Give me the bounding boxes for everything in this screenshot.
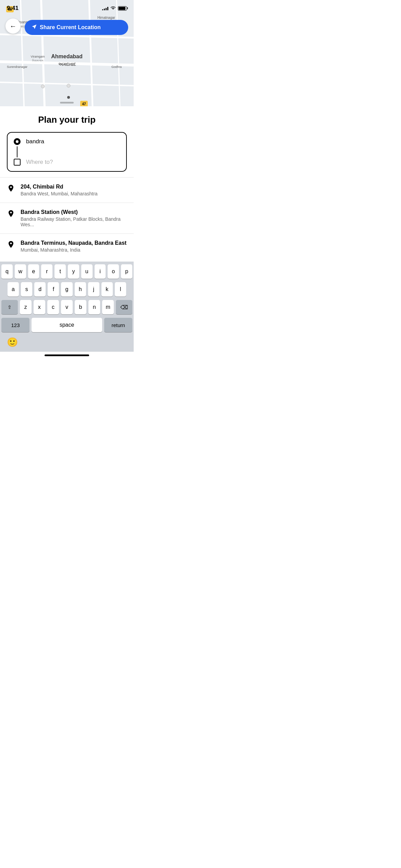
key-p[interactable]: p	[121, 264, 132, 279]
status-time: 9:41	[7, 5, 19, 12]
key-space[interactable]: space	[32, 318, 102, 332]
route-icon-to	[13, 159, 21, 166]
from-dot-icon	[14, 138, 21, 145]
key-i[interactable]: i	[95, 264, 106, 279]
signal-icon	[102, 6, 108, 10]
key-l[interactable]: l	[115, 282, 126, 297]
key-a[interactable]: a	[8, 282, 19, 297]
share-location-button[interactable]: Share Current Location	[25, 20, 128, 35]
svg-text:અમદાવાદ: અમદાવાદ	[58, 62, 76, 67]
key-g[interactable]: g	[61, 282, 72, 297]
suggestion-item-2[interactable]: Bandra Station (West) Bandra Railway Sta…	[0, 203, 134, 234]
route-line-icon	[17, 146, 17, 157]
key-o[interactable]: o	[108, 264, 119, 279]
pin-icon-2	[7, 210, 15, 218]
keyboard-row-1: q w e r t y u i o p	[1, 264, 132, 279]
wifi-icon	[110, 6, 116, 11]
key-backspace[interactable]: ⌫	[116, 300, 132, 314]
back-arrow-icon: ←	[10, 22, 16, 30]
to-field[interactable]: Where to?	[26, 159, 53, 166]
svg-point-23	[41, 85, 45, 88]
battery-icon	[118, 6, 127, 11]
home-indicator	[45, 354, 89, 356]
key-return[interactable]: return	[104, 318, 132, 332]
suggestion-text-1: 204, Chimbai Rd Bandra West, Mumbai, Mah…	[21, 184, 127, 196]
key-k[interactable]: k	[101, 282, 113, 297]
trip-input-box: bandra Where to?	[7, 132, 127, 172]
key-e[interactable]: e	[28, 264, 39, 279]
route-icon-from	[13, 138, 21, 145]
svg-text:Ahmedabad: Ahmedabad	[51, 53, 83, 59]
pin-icon-3	[7, 241, 15, 249]
key-f[interactable]: f	[48, 282, 59, 297]
to-square-icon	[14, 159, 21, 166]
status-icons	[102, 6, 127, 11]
suggestion-secondary-2: Bandra Railway Station, Patkar Blocks, B…	[21, 216, 127, 227]
svg-text:47: 47	[82, 102, 86, 106]
svg-text:Viramgam: Viramgam	[31, 55, 45, 58]
suggestion-secondary-3: Mumbai, Maharashtra, India	[21, 247, 127, 253]
keyboard: q w e r t y u i o p a s d f g h j k l ⇧ …	[0, 262, 134, 352]
map-area: Ahmedabad અમદાવાદ Mehsana મહેસાણા Himatn…	[0, 0, 134, 106]
key-x[interactable]: x	[34, 300, 45, 314]
key-numbers[interactable]: 123	[1, 318, 29, 332]
key-s[interactable]: s	[21, 282, 32, 297]
keyboard-emoji-row: 🙂	[1, 335, 132, 350]
status-bar: 9:41	[0, 0, 134, 14]
key-y[interactable]: y	[68, 264, 79, 279]
pin-icon-1	[7, 184, 15, 193]
key-c[interactable]: c	[47, 300, 59, 314]
key-j[interactable]: j	[88, 282, 99, 297]
key-r[interactable]: r	[41, 264, 52, 279]
route-connector	[13, 145, 121, 159]
from-row[interactable]: bandra	[13, 138, 121, 145]
svg-text:Godhra: Godhra	[111, 65, 122, 69]
keyboard-row-4: 123 space return	[1, 318, 132, 332]
key-h[interactable]: h	[75, 282, 86, 297]
from-field[interactable]: bandra	[26, 138, 44, 145]
key-z[interactable]: z	[20, 300, 32, 314]
suggestion-secondary-1: Bandra West, Mumbai, Maharashtra	[21, 191, 127, 196]
page-title: Plan your trip	[7, 114, 127, 125]
suggestion-item-1[interactable]: 204, Chimbai Rd Bandra West, Mumbai, Mah…	[0, 178, 134, 203]
suggestion-item-3[interactable]: Bandra Terminus, Naupada, Bandra East Mu…	[0, 234, 134, 259]
key-q[interactable]: q	[1, 264, 13, 279]
key-n[interactable]: n	[88, 300, 100, 314]
svg-text:વિરામગામ: વિરામગામ	[32, 59, 44, 62]
key-m[interactable]: m	[102, 300, 114, 314]
share-location-label: Share Current Location	[40, 24, 101, 31]
key-d[interactable]: d	[34, 282, 46, 297]
svg-text:Surendranagar: Surendranagar	[7, 65, 27, 69]
home-indicator-wrapper	[0, 352, 134, 358]
suggestion-text-2: Bandra Station (West) Bandra Railway Sta…	[21, 209, 127, 227]
main-content: Plan your trip bandra Where to?	[0, 106, 134, 172]
key-b[interactable]: b	[75, 300, 86, 314]
location-arrow-icon	[32, 24, 37, 31]
svg-point-24	[67, 84, 70, 87]
back-button[interactable]: ←	[5, 19, 21, 34]
drag-handle[interactable]	[60, 102, 74, 104]
keyboard-row-3: ⇧ z x c v b n m ⌫	[1, 300, 132, 314]
svg-text:Himatnagar: Himatnagar	[97, 16, 115, 20]
to-row[interactable]: Where to?	[13, 159, 121, 166]
suggestion-primary-2: Bandra Station (West)	[21, 209, 127, 215]
key-v[interactable]: v	[61, 300, 73, 314]
suggestion-primary-1: 204, Chimbai Rd	[21, 184, 127, 190]
suggestion-text-3: Bandra Terminus, Naupada, Bandra East Mu…	[21, 240, 127, 253]
keyboard-row-2: a s d f g h j k l	[1, 282, 132, 297]
suggestion-primary-3: Bandra Terminus, Naupada, Bandra East	[21, 240, 127, 246]
key-t[interactable]: t	[54, 264, 66, 279]
suggestions-list: 204, Chimbai Rd Bandra West, Mumbai, Mah…	[0, 177, 134, 259]
svg-point-25	[67, 96, 70, 99]
key-w[interactable]: w	[15, 264, 26, 279]
key-u[interactable]: u	[81, 264, 93, 279]
emoji-button[interactable]: 🙂	[7, 337, 18, 348]
key-shift[interactable]: ⇧	[1, 300, 18, 314]
